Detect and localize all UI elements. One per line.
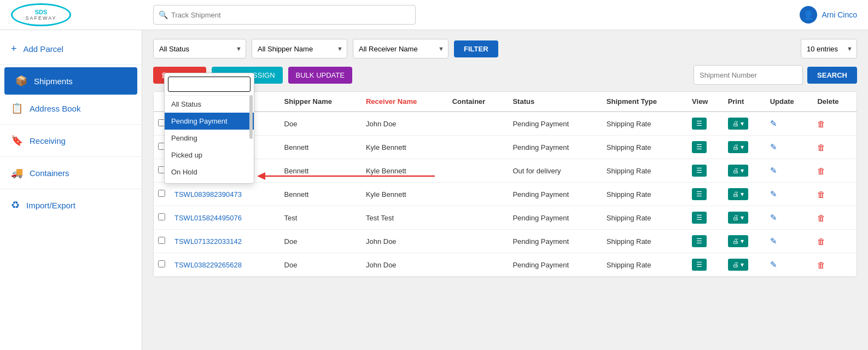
sidebar-item-label: Add Parcel	[24, 44, 63, 54]
user-avatar: 👤	[800, 6, 817, 24]
track-shipment-input[interactable]	[153, 5, 416, 25]
view-button-0[interactable]: ☰	[692, 118, 707, 130]
row-type-3: Shipping Rate	[602, 183, 688, 206]
bulk-update-button[interactable]: BULK UPDATE	[288, 67, 352, 84]
view-button-6[interactable]: ☰	[692, 259, 707, 271]
receiving-icon: 🔖	[11, 135, 23, 147]
row-status-1: Pending Payment	[508, 136, 602, 159]
row-type-4: Shipping Rate	[602, 206, 688, 230]
row-shipper-2: Bennett	[280, 159, 362, 183]
table-header: Number Shipper Name Receiver Name Contai…	[154, 92, 857, 112]
table-row: TSWL083982390473 Bennett Kyle Bennett Pe…	[154, 183, 857, 206]
row-delete-6: 🗑	[813, 253, 857, 277]
sidebar-item-receiving[interactable]: 🔖 Receiving	[0, 127, 142, 154]
sidebar-item-containers[interactable]: 🚚 Containers	[0, 159, 142, 186]
view-button-4[interactable]: ☰	[692, 212, 707, 224]
containers-icon: 🚚	[11, 167, 23, 179]
sidebar-item-add-parcel[interactable]: + Add Parcel	[0, 36, 142, 62]
shipment-link-6[interactable]: TSWL038229265628	[174, 261, 242, 269]
edit-button-3[interactable]: ✎	[770, 189, 777, 199]
dropdown-item-picked-up[interactable]: Picked up	[165, 147, 254, 164]
row-checkbox-4[interactable]	[158, 213, 165, 220]
print-button-0[interactable]: 🖨 ▾	[728, 118, 748, 130]
sidebar-item-import-export[interactable]: ♻ Import/Export	[0, 191, 142, 219]
delete-row-button-0[interactable]: 🗑	[817, 119, 825, 129]
row-container-6	[448, 253, 509, 277]
edit-button-6[interactable]: ✎	[770, 260, 777, 270]
logo: SDS safeway	[11, 3, 71, 26]
shipper-select[interactable]: All Shipper Name	[252, 39, 347, 59]
row-view-5: ☰	[688, 230, 724, 253]
dropdown-item-out-for-delivery[interactable]: Out for delivery	[165, 180, 254, 183]
row-checkbox-6[interactable]	[158, 260, 165, 267]
logo-subtext: safeway	[25, 15, 56, 21]
print-button-3[interactable]: 🖨 ▾	[728, 188, 748, 200]
user-area[interactable]: 👤 Arni Cinco	[800, 6, 857, 24]
delete-row-button-6[interactable]: 🗑	[817, 260, 825, 270]
receiver-select[interactable]: All Receiver Name	[353, 39, 448, 59]
table-row: TSWL019780021 Bennett Kyle Bennett Pendi…	[154, 136, 857, 159]
dropdown-search-input[interactable]	[168, 77, 251, 92]
edit-button-0[interactable]: ✎	[770, 119, 777, 129]
dropdown-item-pending-payment[interactable]: Pending Payment	[165, 113, 254, 130]
view-button-1[interactable]: ☰	[692, 141, 707, 153]
edit-button-2[interactable]: ✎	[770, 166, 777, 176]
row-view-3: ☰	[688, 183, 724, 206]
filter-button[interactable]: FILTER	[454, 40, 498, 57]
row-print-2: 🖨 ▾	[724, 159, 766, 183]
row-number-5: TSWL071322033142	[170, 230, 280, 253]
status-dropdown: All Status Pending Payment Pending Picke…	[164, 73, 254, 184]
row-shipper-3: Bennett	[280, 183, 362, 206]
row-shipper-5: Doe	[280, 230, 362, 253]
shipment-number-input[interactable]	[694, 65, 803, 85]
row-update-0: ✎	[766, 112, 813, 136]
sidebar-item-address-book[interactable]: 📋 Address Book	[0, 95, 142, 122]
row-update-1: ✎	[766, 136, 813, 159]
view-button-2[interactable]: ☰	[692, 165, 707, 177]
row-update-5: ✎	[766, 230, 813, 253]
edit-button-5[interactable]: ✎	[770, 236, 777, 246]
row-status-3: Pending Payment	[508, 183, 602, 206]
status-select[interactable]: All Status Pending Payment Pending Picke…	[153, 39, 246, 59]
delete-row-button-2[interactable]: 🗑	[817, 166, 825, 176]
edit-button-4[interactable]: ✎	[770, 213, 777, 223]
row-delete-1: 🗑	[813, 136, 857, 159]
row-status-2: Out for delivery	[508, 159, 602, 183]
delete-row-button-4[interactable]: 🗑	[817, 213, 825, 223]
entries-select[interactable]: 10 entries 25 entries 50 entries 100 ent…	[801, 39, 857, 59]
print-button-4[interactable]: 🖨 ▾	[728, 212, 748, 224]
dropdown-list: All Status Pending Payment Pending Picke…	[165, 96, 254, 183]
view-button-5[interactable]: ☰	[692, 235, 707, 247]
delete-row-button-3[interactable]: 🗑	[817, 190, 825, 199]
shipment-link-5[interactable]: TSWL071322033142	[174, 237, 242, 246]
row-update-6: ✎	[766, 253, 813, 277]
dropdown-item-pending[interactable]: Pending	[165, 130, 254, 147]
row-checkbox-5[interactable]	[158, 237, 165, 244]
row-print-0: 🖨 ▾	[724, 112, 766, 136]
print-button-2[interactable]: 🖨 ▾	[728, 165, 748, 177]
dropdown-item-on-hold[interactable]: On Hold	[165, 164, 254, 180]
row-update-3: ✎	[766, 183, 813, 206]
table-row: TSWL068152919170 Bennett Kyle Bennett Ou…	[154, 159, 857, 183]
sidebar-item-shipments[interactable]: 📦 Shipments	[4, 67, 137, 95]
delete-row-button-1[interactable]: 🗑	[817, 143, 825, 152]
dropdown-item-all-status[interactable]: All Status	[165, 96, 254, 113]
delete-row-button-5[interactable]: 🗑	[817, 237, 825, 246]
address-book-icon: 📋	[11, 102, 23, 114]
print-button-6[interactable]: 🖨 ▾	[728, 259, 748, 271]
row-view-2: ☰	[688, 159, 724, 183]
shipment-link-4[interactable]: TSWL015824495076	[174, 214, 242, 222]
row-number-4: TSWL015824495076	[170, 206, 280, 230]
row-container-1	[448, 136, 509, 159]
row-receiver-4: Test Test	[362, 206, 448, 230]
row-checkbox-3[interactable]	[158, 190, 165, 197]
edit-button-1[interactable]: ✎	[770, 142, 777, 152]
dropdown-search-area	[165, 73, 254, 96]
print-button-1[interactable]: 🖨 ▾	[728, 141, 748, 153]
sidebar-item-label: Address Book	[30, 104, 80, 113]
shipment-link-3[interactable]: TSWL083982390473	[174, 190, 242, 199]
print-button-5[interactable]: 🖨 ▾	[728, 235, 748, 247]
dropdown-scrollbar[interactable]	[249, 95, 253, 139]
search-button[interactable]: SEARCH	[807, 67, 857, 84]
view-button-3[interactable]: ☰	[692, 188, 707, 200]
